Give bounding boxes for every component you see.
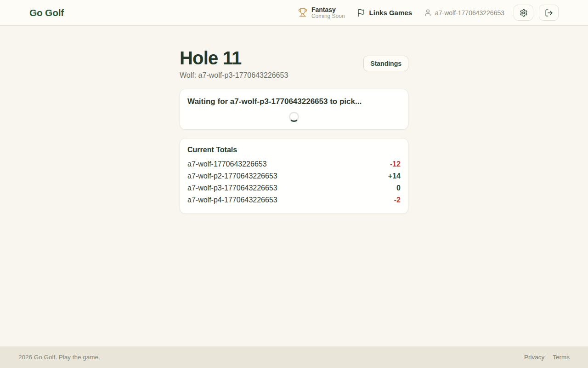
spinner-wrap [187,112,401,122]
title-block: Hole 11 Wolf: a7-wolf-p3-1770643226653 [180,47,288,80]
player-score: 0 [396,182,401,194]
title-row: Hole 11 Wolf: a7-wolf-p3-1770643226653 S… [180,47,408,80]
gear-icon [520,9,528,17]
standings-button[interactable]: Standings [363,56,408,71]
page-title: Hole 11 [180,47,288,69]
logout-button[interactable] [539,5,559,21]
player-score: -12 [390,158,401,170]
user-id-label: a7-wolf-1770643226653 [435,9,504,17]
user-icon [424,9,432,17]
current-totals-card: Current Totals a7-wolf-1770643226653 -12… [180,138,408,214]
waiting-card: Waiting for a7-wolf-p3-1770643226653 to … [180,89,408,130]
header-buttons [514,5,559,21]
nav-links-games-label: Links Games [369,9,412,17]
totals-row: a7-wolf-p4-1770643226653 -2 [187,194,401,206]
wolf-subtitle: Wolf: a7-wolf-p3-1770643226653 [180,71,288,80]
totals-row: a7-wolf-1770643226653 -12 [187,158,401,170]
app-header: Go Golf Fantasy Coming Soon [0,0,588,26]
nav-item-fantasy[interactable]: Fantasy Coming Soon [298,6,345,20]
player-name: a7-wolf-p2-1770643226653 [187,170,277,182]
flag-icon [357,9,365,17]
footer-links: Privacy Terms [524,354,570,361]
player-name: a7-wolf-p4-1770643226653 [187,194,277,206]
player-score: -2 [394,194,401,206]
settings-button[interactable] [514,5,533,21]
nav-user: a7-wolf-1770643226653 [424,9,504,17]
loading-spinner [289,112,299,122]
main-content: Hole 11 Wolf: a7-wolf-p3-1770643226653 S… [0,26,588,346]
logo-go-golf[interactable]: Go Golf [29,7,64,18]
nav-item-links-games[interactable]: Links Games [357,9,412,17]
footer-copyright: 2026 Go Golf. Play the game. [18,354,100,361]
app-footer: 2026 Go Golf. Play the game. Privacy Ter… [0,346,588,368]
logout-icon [545,9,553,17]
totals-row: a7-wolf-p2-1770643226653 +14 [187,170,401,182]
header-nav: Fantasy Coming Soon Links Games a7-wolf-… [298,5,559,21]
privacy-link[interactable]: Privacy [524,354,544,361]
waiting-message: Waiting for a7-wolf-p3-1770643226653 to … [187,97,401,107]
totals-row: a7-wolf-p3-1770643226653 0 [187,182,401,194]
totals-title: Current Totals [187,146,401,154]
trophy-icon [298,8,307,17]
player-name: a7-wolf-p3-1770643226653 [187,182,277,194]
nav-fantasy-label: Fantasy [311,6,345,13]
player-name: a7-wolf-1770643226653 [187,158,267,170]
player-score: +14 [388,170,401,182]
terms-link[interactable]: Terms [553,354,570,361]
nav-fantasy-text: Fantasy Coming Soon [311,6,345,20]
nav-fantasy-sublabel: Coming Soon [311,13,345,20]
